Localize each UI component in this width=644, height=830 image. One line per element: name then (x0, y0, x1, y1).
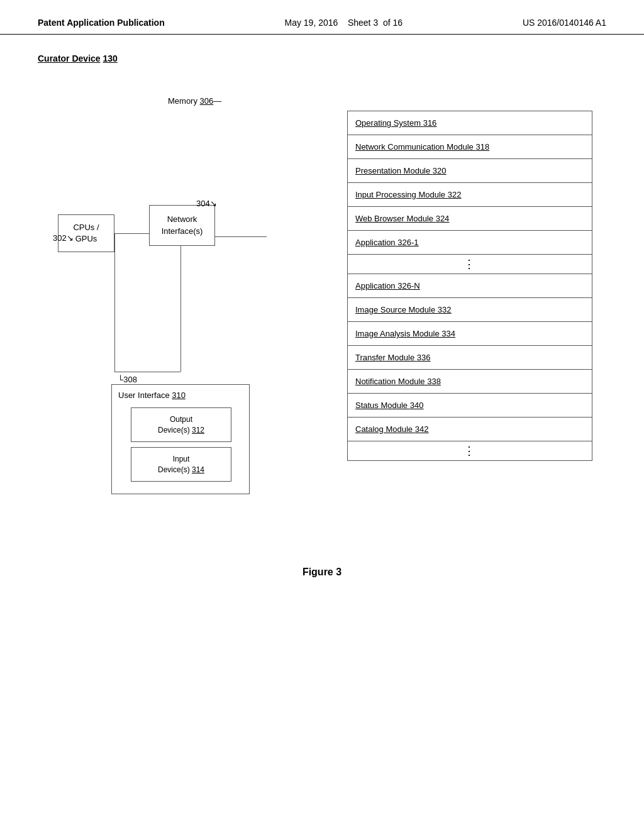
page-header: Patent Application Publication May 19, 2… (0, 0, 644, 35)
line-cpu-network (114, 233, 149, 234)
row-image-analysis-text: Image Analysis Module 334 (355, 329, 455, 338)
network-interface-label: NetworkInterface(s) (162, 214, 203, 236)
memory-table: Operating System 316 Network Communicati… (347, 111, 592, 461)
ref-302: 302↘ (53, 233, 74, 243)
row-input-proc-text: Input Processing Module 322 (355, 190, 461, 199)
diagram: Memory 306— Operating System 316 Network… (52, 89, 592, 516)
row-presentation-text: Presentation Module 320 (355, 166, 447, 175)
row-status-text: Status Module 340 (355, 401, 423, 410)
line-v-left (114, 233, 115, 372)
row-os: Operating System 316 (348, 111, 592, 135)
ref-308: └308 (118, 375, 137, 384)
row-transfer-text: Transfer Module 336 (355, 353, 430, 362)
row-web-browser: Web Browser Module 324 (348, 207, 592, 231)
output-device-box: OutputDevice(s) 312 (131, 407, 231, 442)
header-date-sheet: May 19, 2016 Sheet 3 of 16 (285, 18, 403, 28)
curator-ref: 130 (103, 53, 117, 64)
input-device-label: InputDevice(s) 314 (158, 454, 204, 475)
line-vertical-308 (180, 246, 181, 372)
row-app-1-text: Application 326-1 (355, 238, 418, 247)
header-patent-number: US 2016/0140146 A1 (523, 18, 606, 28)
row-transfer: Transfer Module 336 (348, 346, 592, 370)
row-input-proc: Input Processing Module 322 (348, 183, 592, 207)
cpu-gpu-label: CPUs /GPUs (73, 222, 99, 245)
row-catalog: Catalog Module 342 (348, 418, 592, 441)
row-app-n-text: Application 326-N (355, 281, 420, 290)
row-app-1: Application 326-1 (348, 231, 592, 255)
memory-ref: 306 (200, 96, 214, 106)
row-app-n: Application 326-N (348, 274, 592, 298)
row-network-comm: Network Communication Module 318 (348, 135, 592, 159)
header-publication-label: Patent Application Publication (38, 18, 165, 28)
main-content: Curator Device 130 Memory 306— Operating… (0, 35, 644, 597)
row-web-browser-text: Web Browser Module 324 (355, 214, 449, 223)
row-image-source-text: Image Source Module 332 (355, 305, 452, 314)
network-interface-box: NetworkInterface(s) (149, 205, 215, 246)
user-interface-box: User Interface 310 OutputDevice(s) 312 I… (111, 384, 250, 494)
row-dots-1: ⋮ (348, 255, 592, 274)
user-interface-label: User Interface 310 (118, 390, 186, 401)
input-device-box: InputDevice(s) 314 (131, 447, 231, 482)
curator-device-label: Curator Device 130 (38, 53, 606, 64)
row-notification: Notification Module 338 (348, 370, 592, 394)
row-status: Status Module 340 (348, 394, 592, 418)
row-image-analysis: Image Analysis Module 334 (348, 322, 592, 346)
row-catalog-text: Catalog Module 342 (355, 424, 428, 434)
header-of: of 16 (383, 18, 402, 28)
row-os-text: Operating System 316 (355, 118, 436, 128)
figure-caption: Figure 3 (38, 567, 606, 578)
header-sheet: Sheet 3 (348, 18, 378, 28)
row-notification-text: Notification Module 338 (355, 377, 441, 386)
line-to-memory (215, 236, 267, 237)
memory-label: Memory 306— (168, 96, 221, 106)
line-h-bottom (114, 372, 180, 372)
row-presentation: Presentation Module 320 (348, 159, 592, 183)
output-device-label: OutputDevice(s) 312 (158, 414, 204, 436)
header-date: May 19, 2016 (285, 18, 338, 28)
row-image-source: Image Source Module 332 (348, 298, 592, 322)
curator-text: Curator Device (38, 53, 101, 64)
row-dots-2: ⋮ (348, 441, 592, 460)
row-network-comm-text: Network Communication Module 318 (355, 142, 489, 152)
ref-304: 304↘ (196, 199, 217, 208)
